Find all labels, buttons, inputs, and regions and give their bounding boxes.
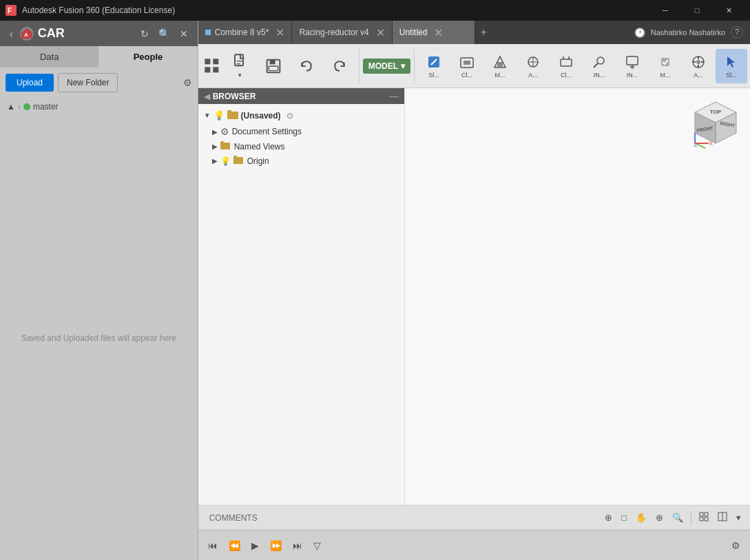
svg-rect-6 [205,67,210,72]
app-title: Autodesk Fusion 360 (Education License) [22,6,649,15]
svg-rect-23 [561,59,572,66]
modify-tool-btn[interactable]: M... [484,49,516,83]
svg-rect-44 [233,156,237,158]
tree-root-item[interactable]: ▼ 💡 (Unsaved) ⊙ [198,107,404,124]
title-bar: F Autodesk Fusion 360 (Education License… [0,0,750,21]
zoom-region-button[interactable]: 🔍 [669,510,687,525]
tree-item-named-views[interactable]: ▶ Named Views [198,139,404,154]
inspect-tool-btn[interactable]: IN... [583,49,615,83]
minimize-button[interactable]: ─ [649,0,681,21]
undo-button[interactable] [291,49,322,83]
svg-rect-7 [213,67,218,72]
project-title: CAR [38,26,134,41]
svg-rect-19 [497,62,503,68]
nav-next-button[interactable]: ⏩ [266,537,286,554]
root-label: (Unsaved) [241,111,281,121]
header-actions: ↻ 🔍 ✕ [138,27,191,41]
origin-label: Origin [247,156,269,166]
content-area: ◀ BROWSER — ▼ 💡 [198,88,750,505]
refresh-button[interactable]: ↻ [138,27,152,41]
breadcrumb-home[interactable]: ▲ [7,102,15,112]
root-collapse-icon: ▼ [204,112,211,119]
view-controls: ⊕ □ ✋ ⊕ 🔍 [601,510,744,526]
model-dropdown[interactable]: MODEL ▾ [363,59,410,74]
multi-view-button[interactable]: ▾ [733,510,744,525]
doc-settings-expand[interactable]: ▶ [212,128,218,136]
nav-settings-button[interactable]: ⚙ [727,537,744,554]
window-controls: ─ □ ✕ [649,0,744,21]
transform-button[interactable]: ⊕ [601,510,616,525]
split-view-button[interactable] [714,510,731,526]
assemble-tool-btn[interactable]: A... [517,49,549,83]
zoom-button[interactable]: ⊕ [652,510,667,525]
help-button[interactable]: ? [731,26,743,39]
browser-collapse-button[interactable]: ◀ [204,92,210,101]
tab-modified-dot [205,30,211,35]
add-tab-button[interactable]: + [475,21,492,44]
svg-rect-58 [700,517,703,521]
tab-data[interactable]: Data [0,46,98,68]
insert-tool-btn[interactable]: IN... [616,49,648,83]
svg-line-26 [594,63,598,68]
named-views-expand[interactable]: ▶ [212,143,218,150]
browser-pin-button[interactable]: — [389,91,398,101]
panel-header: ‹ A CAR ↻ 🔍 ✕ [0,21,198,46]
panel-settings-button[interactable]: ⚙ [183,77,192,88]
nav-prev-button[interactable]: ⏪ [225,537,244,554]
back-button[interactable]: ‹ [7,27,16,41]
new-folder-button[interactable]: New Folder [58,73,118,92]
svg-rect-43 [233,157,243,164]
panel-close-button[interactable]: ✕ [177,27,191,41]
svg-rect-57 [705,512,708,516]
view-cube[interactable]: TOP FRONT RIGHT Z X [688,95,743,150]
svg-rect-12 [269,59,275,64]
save-button[interactable] [258,49,289,83]
nav-end-button[interactable]: ⏭ [289,537,306,554]
breadcrumb: ▲ › master [0,98,198,116]
nav-start-button[interactable]: ⏮ [204,537,222,554]
origin-expand[interactable]: ▶ [212,157,218,165]
tree-item-origin[interactable]: ▶ 💡 Origin [198,154,404,168]
svg-rect-17 [463,61,470,65]
svg-marker-37 [727,56,735,68]
close-button[interactable]: ✕ [713,0,744,21]
doc-settings-label: Document Settings [232,127,302,136]
search-button[interactable]: 🔍 [156,27,173,41]
user-area: 🕐 Nashatirko Nashatirko ? [627,26,750,39]
tab-racing[interactable]: Racing-reductor v4 ✕ [292,21,392,44]
sketch-tool-btn[interactable]: Sl... [418,49,450,83]
root-visibility-icon[interactable]: 💡 [213,110,225,121]
tab-people[interactable]: People [98,46,197,68]
branch-label[interactable]: master [33,102,59,112]
select-tool-btn[interactable]: Sl... [716,49,747,83]
viewport[interactable]: TOP FRONT RIGHT Z X [405,88,750,505]
app-icon: F [6,5,17,16]
tree-item-document-settings[interactable]: ▶ ⚙ Document Settings [198,124,404,139]
upload-button[interactable]: Upload [6,74,54,92]
empty-files-message: Saved and Uploaded files will appear her… [0,116,198,560]
tab-untitled[interactable]: Untitled ✕ [393,21,475,44]
bottom-divider [691,510,691,526]
file-button[interactable]: ▾ [225,49,256,83]
nav-play-button[interactable]: ▶ [247,537,263,554]
make-tool-btn[interactable]: M... [649,49,681,83]
svg-point-32 [696,60,700,64]
browser-header: ◀ BROWSER — [198,88,404,104]
fit-button[interactable]: □ [618,510,630,525]
root-target-icon: ⊙ [287,111,293,121]
svg-rect-28 [627,56,638,65]
grid-view-button[interactable] [696,510,712,526]
create-tool-btn[interactable]: Cl... [451,49,483,83]
origin-light-icon: 💡 [220,156,231,166]
tab-combine[interactable]: Combine 8 v5* ✕ [198,21,293,44]
redo-button[interactable] [324,49,355,83]
addins-tool-btn[interactable]: A... [683,49,714,83]
construct-tool-btn[interactable]: Cl... [550,49,582,83]
maximize-button[interactable]: □ [681,0,713,21]
pan-button[interactable]: ✋ [632,510,650,525]
comments-label: COMMENTS [204,513,598,523]
grid-menu-button[interactable] [201,49,223,83]
nav-filter-button[interactable]: ▽ [309,537,325,554]
model-label: MODEL [368,61,398,71]
doc-settings-gear-icon: ⚙ [220,126,229,137]
